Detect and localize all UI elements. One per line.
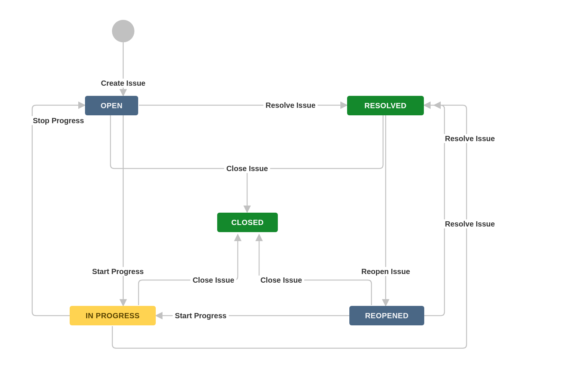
- label-close-issue-reopened: Close Issue: [258, 276, 304, 285]
- label-open-resolve: Resolve Issue: [263, 101, 318, 110]
- edge-reopened-resolved: [424, 105, 444, 316]
- edge-inprogress-closed: [139, 235, 238, 305]
- state-open: OPEN: [85, 96, 138, 115]
- label-close-issue-top: Close Issue: [224, 164, 270, 173]
- state-in-progress: IN PROGRESS: [70, 306, 156, 325]
- state-reopened: REOPENED: [349, 306, 424, 325]
- state-open-label: OPEN: [101, 101, 123, 110]
- state-closed-label: CLOSED: [231, 218, 264, 227]
- edge-open-and-resolved-to-closed: [110, 115, 383, 212]
- label-start-progress-left: Start Progress: [90, 267, 146, 276]
- state-reopened-label: REOPENED: [365, 312, 409, 320]
- label-reopen-issue: Reopen Issue: [359, 267, 412, 276]
- state-closed: CLOSED: [217, 213, 278, 232]
- workflow-diagram: OPEN RESOLVED CLOSED IN PROGRESS REOPENE…: [0, 0, 583, 392]
- label-resolve-right-2: Resolve Issue: [443, 219, 497, 228]
- edge-inprogress-open: [32, 105, 84, 316]
- label-create-issue: Create Issue: [99, 79, 148, 88]
- state-resolved: RESOLVED: [347, 96, 424, 115]
- state-in-progress-label: IN PROGRESS: [86, 312, 140, 320]
- label-stop-progress: Stop Progress: [31, 116, 86, 125]
- start-node: [112, 20, 134, 42]
- label-start-progress-middle: Start Progress: [173, 311, 229, 320]
- state-resolved-label: RESOLVED: [364, 101, 407, 110]
- label-resolve-right-1: Resolve Issue: [443, 134, 497, 143]
- edge-reopened-closed: [259, 235, 371, 305]
- label-close-issue-inprogress: Close Issue: [190, 276, 236, 285]
